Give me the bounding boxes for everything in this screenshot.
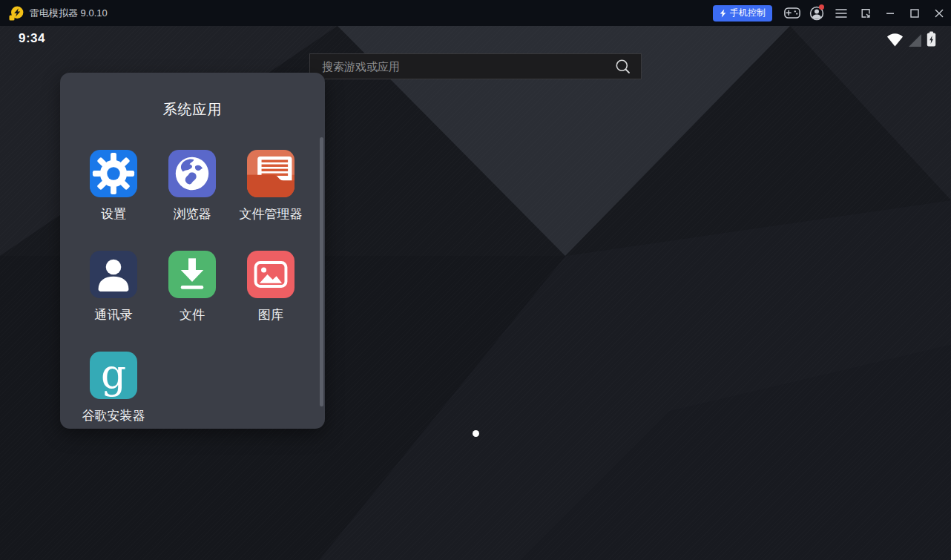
notification-dot [819, 4, 824, 10]
app-label: 文件管理器 [240, 205, 303, 223]
gamepad-icon[interactable] [780, 0, 804, 26]
restore-icon[interactable] [853, 0, 878, 26]
lightning-icon [720, 9, 726, 18]
app-item-gallery[interactable]: 图库 [231, 251, 310, 324]
image-icon [247, 251, 294, 298]
app-item-files[interactable]: 文件 [153, 251, 231, 324]
titlebar: 雷电模拟器 9.0.10 手机控制 [0, 0, 951, 26]
app-item-browser[interactable]: 浏览器 [153, 150, 231, 223]
letter-g-icon: g [90, 352, 137, 399]
app-label: 浏览器 [174, 205, 211, 223]
emulator-window: 雷电模拟器 9.0.10 手机控制 [0, 0, 951, 560]
page-indicator-dot [473, 430, 479, 437]
phone-control-button[interactable]: 手机控制 [713, 5, 772, 22]
folder-scrollbar[interactable] [320, 137, 323, 406]
app-grid: 设置 浏览器 [74, 150, 325, 425]
search-icon[interactable] [615, 59, 631, 75]
app-logo-icon [9, 6, 24, 21]
maximize-icon[interactable] [902, 0, 927, 26]
close-icon[interactable] [927, 0, 951, 26]
phone-control-label: 手机控制 [730, 7, 766, 19]
folder-title: 系统应用 [60, 73, 325, 120]
system-apps-folder: 系统应用 [60, 73, 325, 429]
android-screen: 9:34 [0, 26, 951, 560]
person-icon [90, 251, 137, 298]
search-bar [309, 53, 642, 79]
app-label: 图库 [258, 306, 283, 323]
window-title: 雷电模拟器 9.0.10 [30, 7, 108, 20]
minimize-icon[interactable] [878, 0, 902, 26]
app-label: 通讯录 [95, 306, 133, 323]
account-icon[interactable] [804, 0, 829, 26]
status-icons [886, 32, 936, 47]
download-icon [168, 251, 216, 298]
app-item-file-manager[interactable]: 文件管理器 [231, 150, 310, 223]
menu-icon[interactable] [829, 0, 853, 26]
app-item-contacts[interactable]: 通讯录 [74, 251, 153, 324]
app-item-google-installer[interactable]: g 谷歌安装器 [74, 352, 153, 425]
gear-icon [90, 150, 137, 197]
globe-icon [168, 150, 216, 197]
app-item-settings[interactable]: 设置 [74, 150, 153, 223]
app-label: 设置 [101, 205, 126, 223]
svg-text:g: g [101, 352, 126, 398]
cellular-signal-icon [909, 34, 921, 47]
app-label: 谷歌安装器 [82, 407, 145, 424]
folder-document-icon [247, 150, 294, 197]
wifi-icon [886, 33, 904, 47]
search-input[interactable] [322, 60, 615, 73]
app-label: 文件 [180, 306, 205, 323]
titlebar-controls: 手机控制 [713, 0, 951, 26]
battery-charging-icon [927, 31, 936, 47]
status-time: 9:34 [19, 31, 45, 46]
